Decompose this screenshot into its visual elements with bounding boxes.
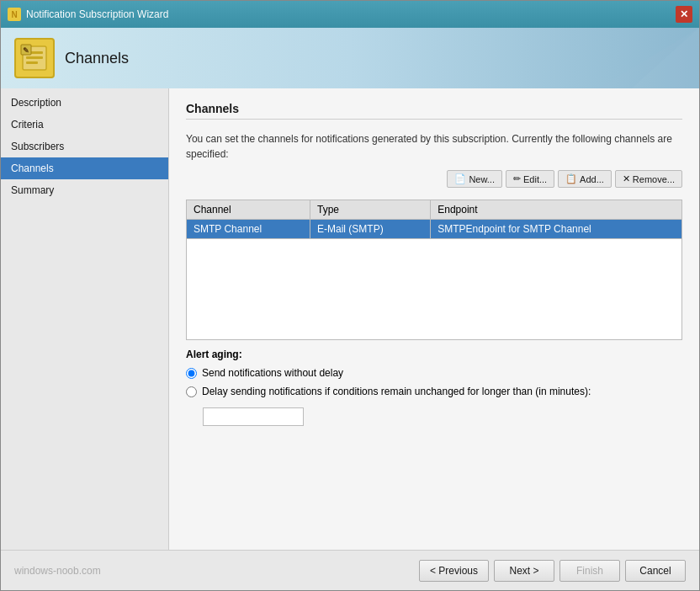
table-empty-area [186,239,682,340]
alert-aging-title: Alert aging: [186,349,682,360]
window-title: Notification Subscription Wizard [26,8,168,20]
header-band: ✎ Channels [1,28,699,88]
section-title: Channels [186,102,682,120]
sidebar-item-description[interactable]: Description [1,92,168,114]
content-area: Channels You can set the channels for no… [169,88,699,550]
next-button[interactable]: Next > [494,560,554,582]
radio-delay[interactable] [186,386,197,397]
table-row[interactable]: SMTP Channel E-Mail (SMTP) SMTPEndpoint … [187,220,682,239]
toolbar: 📄 New... ✏ Edit... 📋 Add... ✕ Remove... [186,170,682,188]
previous-button[interactable]: < Previous [419,560,489,582]
sidebar-item-criteria[interactable]: Criteria [1,114,168,136]
title-bar-left: N Notification Subscription Wizard [8,8,168,21]
header-icon: ✎ [14,38,55,78]
cell-endpoint: SMTPEndpoint for SMTP Channel [431,220,682,239]
edit-button[interactable]: ✏ Edit... [506,170,554,188]
radio-option-2[interactable]: Delay sending notifications if condition… [186,386,682,397]
channels-table: Channel Type Endpoint SMTP Channel E-Mai… [186,200,682,239]
svg-text:✎: ✎ [23,46,29,55]
add-button[interactable]: 📋 Add... [558,170,612,188]
cancel-button[interactable]: Cancel [625,560,686,582]
col-endpoint: Endpoint [431,200,682,220]
table-container: Channel Type Endpoint SMTP Channel E-Mai… [186,200,682,340]
edit-icon: ✏ [513,173,521,184]
sidebar-item-summary[interactable]: Summary [1,179,168,201]
sidebar: Description Criteria Subscribers Channel… [1,88,169,550]
title-bar: N Notification Subscription Wizard ✕ [1,1,699,28]
cell-type: E-Mail (SMTP) [310,220,430,239]
finish-button[interactable]: Finish [559,560,620,582]
remove-button[interactable]: ✕ Remove... [615,170,682,188]
main-window: N Notification Subscription Wizard ✕ ✎ C… [0,0,700,591]
close-button[interactable]: ✕ [676,6,692,23]
radio-no-delay[interactable] [186,368,197,379]
alert-aging-section: Alert aging: Send notifications without … [186,349,682,426]
cell-channel: SMTP Channel [187,220,310,239]
radio-group: Send notifications without delay Delay s… [186,367,682,426]
svg-rect-3 [26,61,38,64]
app-icon: N [8,8,21,21]
svg-rect-2 [26,56,43,59]
description-text: You can set the channels for notificatio… [186,131,682,162]
new-button[interactable]: 📄 New... [447,170,502,188]
header-title: Channels [65,50,129,67]
watermark: windows-noob.com [14,565,101,577]
remove-icon: ✕ [623,173,630,184]
delay-input[interactable] [203,407,304,426]
sidebar-item-subscribers[interactable]: Subscribers [1,136,168,157]
radio-option-1[interactable]: Send notifications without delay [186,367,682,379]
main-area: Description Criteria Subscribers Channel… [1,88,699,550]
sidebar-item-channels[interactable]: Channels [1,157,168,179]
add-icon: 📋 [565,173,577,184]
footer: windows-noob.com < Previous Next > Finis… [1,550,699,590]
new-icon: 📄 [454,173,466,184]
col-type: Type [310,200,430,220]
footer-buttons: < Previous Next > Finish Cancel [419,560,686,582]
col-channel: Channel [187,200,310,220]
